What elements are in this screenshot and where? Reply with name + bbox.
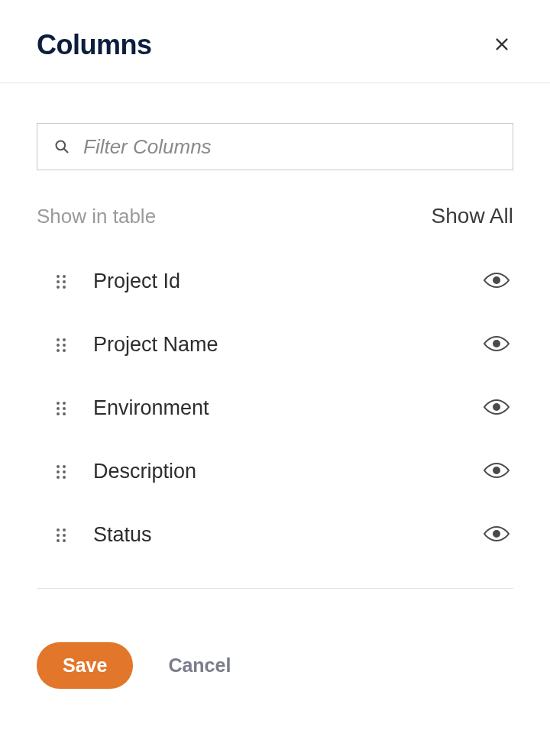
drag-handle-icon[interactable] [55, 399, 67, 418]
close-button[interactable] [490, 33, 513, 58]
eye-icon [483, 461, 510, 482]
column-row: Description [37, 440, 513, 503]
cancel-button[interactable]: Cancel [168, 654, 231, 677]
svg-point-6 [57, 280, 60, 283]
svg-point-13 [57, 344, 60, 347]
visibility-toggle-button[interactable] [483, 461, 513, 482]
svg-point-26 [63, 465, 66, 468]
modal-footer: Save Cancel [0, 589, 550, 689]
eye-icon [483, 271, 510, 292]
svg-point-12 [63, 338, 66, 341]
svg-point-4 [57, 275, 60, 278]
svg-point-28 [63, 470, 66, 473]
svg-point-35 [63, 534, 66, 537]
save-button[interactable]: Save [37, 642, 133, 689]
column-label: Status [93, 523, 483, 547]
svg-point-29 [57, 476, 60, 479]
svg-point-25 [57, 465, 60, 468]
svg-point-21 [63, 407, 66, 410]
column-row: Status [37, 503, 513, 567]
svg-point-15 [57, 349, 60, 352]
drag-handle-icon[interactable] [55, 463, 67, 481]
svg-point-24 [493, 404, 500, 410]
svg-point-30 [63, 476, 66, 479]
visibility-toggle-button[interactable] [483, 525, 513, 545]
svg-line-3 [64, 149, 68, 153]
columns-list: Project Id Project Name [37, 250, 513, 567]
svg-point-37 [63, 539, 66, 542]
column-row: Environment [37, 376, 513, 440]
close-icon [493, 36, 510, 55]
column-label: Project Id [93, 270, 483, 293]
column-row: Project Id [37, 250, 513, 313]
svg-point-14 [63, 344, 66, 347]
search-icon [54, 139, 70, 154]
svg-point-10 [493, 277, 500, 283]
column-label: Description [93, 460, 483, 483]
show-all-button[interactable]: Show All [432, 204, 513, 228]
eye-icon [483, 525, 510, 545]
svg-point-31 [493, 467, 500, 473]
svg-point-9 [63, 286, 66, 289]
eye-icon [483, 398, 510, 418]
subheader: Show in table Show All [37, 204, 513, 228]
modal-title: Columns [37, 29, 152, 61]
visibility-toggle-button[interactable] [483, 271, 513, 292]
drag-handle-icon[interactable] [55, 526, 67, 544]
eye-icon [483, 334, 510, 355]
modal-header: Columns [0, 0, 550, 83]
svg-point-22 [57, 412, 60, 415]
svg-point-17 [493, 341, 500, 347]
drag-handle-icon[interactable] [55, 336, 67, 354]
svg-point-33 [63, 528, 66, 531]
svg-point-27 [57, 470, 60, 473]
svg-point-16 [63, 349, 66, 352]
svg-point-11 [57, 338, 60, 341]
column-row: Project Name [37, 313, 513, 376]
svg-point-34 [57, 534, 60, 537]
svg-point-5 [63, 275, 66, 278]
svg-point-20 [57, 407, 60, 410]
svg-point-36 [57, 539, 60, 542]
show-in-table-label: Show in table [37, 205, 156, 228]
svg-point-32 [57, 528, 60, 531]
visibility-toggle-button[interactable] [483, 334, 513, 355]
svg-point-18 [57, 402, 60, 405]
column-label: Project Name [93, 333, 483, 357]
svg-point-7 [63, 280, 66, 283]
visibility-toggle-button[interactable] [483, 398, 513, 418]
filter-columns-input[interactable] [83, 135, 496, 159]
svg-point-38 [493, 531, 500, 537]
modal-body: Show in table Show All Project Id [0, 83, 550, 589]
column-label: Environment [93, 396, 483, 420]
drag-handle-icon[interactable] [55, 273, 67, 291]
svg-point-8 [57, 286, 60, 289]
svg-point-19 [63, 402, 66, 405]
svg-point-23 [63, 412, 66, 415]
search-wrapper [37, 123, 513, 170]
